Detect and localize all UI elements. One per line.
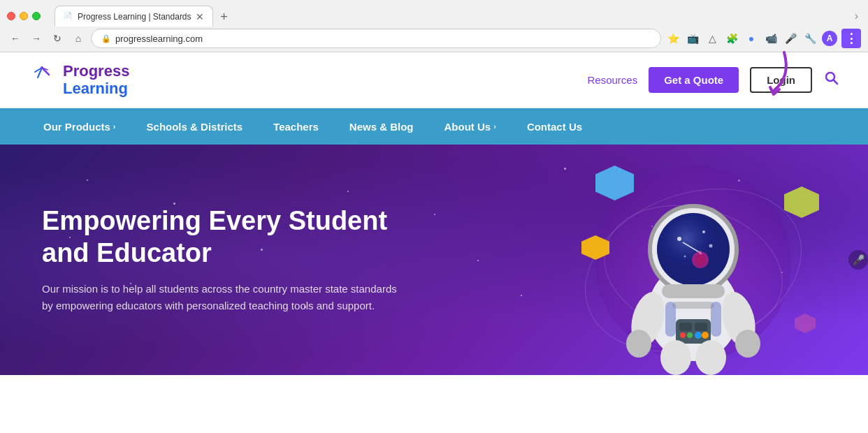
tab-close-button[interactable]: ✕ [196, 11, 204, 22]
nav-item-schools[interactable]: Schools & Districts [131, 108, 259, 145]
logo-learning: Learning [63, 80, 129, 97]
mic-edge-icon[interactable]: 🎤 [848, 250, 868, 270]
site-nav: Our Products › Schools & Districts Teach… [0, 108, 868, 145]
get-quote-button[interactable]: Get a Quote [649, 67, 739, 93]
traffic-lights [7, 12, 41, 20]
forward-button[interactable]: → [28, 30, 45, 47]
svg-point-12 [702, 230, 705, 233]
hero-astronaut [560, 145, 826, 375]
reload-button[interactable]: ↻ [49, 30, 66, 47]
hex-purple [795, 314, 816, 333]
hex-green [784, 186, 819, 218]
chrome-menu-button[interactable]: ⋮ [841, 29, 861, 48]
extensions-icon[interactable]: 🧩 [724, 31, 739, 46]
website-content: Progress Learning Resources Get a Quote … [0, 52, 868, 375]
nav-item-contact[interactable]: Contact Us [512, 108, 598, 145]
address-bar-row: ← → ↻ ⌂ 🔒 progresslearning.com ⭐ 📺 △ 🧩 ●… [0, 27, 868, 52]
svg-rect-23 [679, 323, 692, 331]
minimize-button[interactable] [20, 12, 28, 20]
chrome-icon[interactable]: ● [744, 31, 759, 46]
svg-point-26 [687, 332, 693, 338]
svg-point-18 [695, 254, 706, 265]
svg-rect-20 [662, 284, 725, 298]
bookmark-icon[interactable]: ⭐ [665, 31, 681, 46]
svg-rect-24 [695, 323, 707, 331]
active-tab[interactable]: 📄 Progress Learning | Standards ✕ [55, 6, 213, 27]
svg-point-25 [680, 332, 686, 338]
hero-section: Empowering Every Student and Educator Ou… [0, 145, 868, 375]
svg-point-33 [660, 340, 691, 375]
nav-item-products[interactable]: Our Products › [28, 108, 131, 145]
close-button[interactable] [7, 12, 15, 20]
login-button[interactable]: Login [750, 67, 812, 93]
meet-icon[interactable]: 📹 [763, 31, 779, 46]
lock-icon: 🔒 [101, 34, 111, 43]
back-button[interactable]: ← [7, 30, 24, 47]
user-avatar[interactable]: A [822, 31, 837, 46]
logo-icon [28, 66, 56, 94]
svg-point-14 [684, 256, 686, 258]
new-tab-button[interactable]: + [215, 7, 234, 27]
svg-point-4 [41, 66, 43, 69]
toolbar-icons: ⭐ 📺 △ 🧩 ● 📹 🎤 🔧 A ⋮ [665, 29, 861, 48]
header-right: Resources Get a Quote Login [587, 67, 840, 93]
search-button[interactable] [823, 70, 840, 90]
svg-point-30 [626, 330, 651, 358]
logo-progress: Progress [63, 63, 129, 80]
home-button[interactable]: ⌂ [70, 30, 87, 47]
drive-icon[interactable]: △ [704, 31, 720, 46]
tab-right-controls: › [855, 6, 861, 27]
tab-bar: 📄 Progress Learning | Standards ✕ + [48, 6, 241, 27]
maximize-button[interactable] [32, 12, 41, 20]
mic-toolbar-icon[interactable]: 🎤 [783, 31, 798, 46]
svg-point-28 [702, 332, 709, 339]
svg-point-27 [695, 332, 702, 339]
nav-item-teachers[interactable]: Teachers [258, 108, 334, 145]
about-chevron-icon: › [493, 122, 496, 131]
hero-title: Empowering Every Student and Educator [42, 205, 433, 269]
svg-line-6 [834, 80, 838, 85]
cast-icon[interactable]: 📺 [685, 31, 700, 46]
window-controls-chevron: › [855, 10, 858, 22]
nav-item-news[interactable]: News & Blog [334, 108, 429, 145]
url-text: progresslearning.com [115, 34, 203, 44]
hero-content: Empowering Every Student and Educator Ou… [0, 205, 475, 314]
svg-point-13 [709, 244, 713, 248]
address-bar[interactable]: 🔒 progresslearning.com [91, 29, 661, 48]
svg-rect-36 [711, 302, 721, 337]
logo-area[interactable]: Progress Learning [28, 63, 129, 96]
puzzle-icon[interactable]: 🔧 [802, 31, 818, 46]
hero-description: Our mission is to help all students acro… [42, 281, 405, 314]
svg-rect-35 [665, 302, 676, 337]
products-chevron-icon: › [113, 122, 116, 131]
resources-link[interactable]: Resources [587, 74, 637, 86]
svg-point-10 [657, 213, 730, 286]
nav-item-about[interactable]: About Us › [429, 108, 512, 145]
svg-rect-21 [672, 302, 714, 309]
svg-point-34 [695, 340, 726, 375]
svg-point-32 [735, 330, 760, 358]
astronaut-svg [609, 166, 777, 375]
site-header: Progress Learning Resources Get a Quote … [0, 52, 868, 108]
tab-favicon: 📄 [64, 12, 73, 22]
svg-point-11 [677, 237, 681, 241]
logo-text: Progress Learning [63, 63, 129, 96]
tab-title: Progress Learning | Standards [78, 12, 191, 22]
